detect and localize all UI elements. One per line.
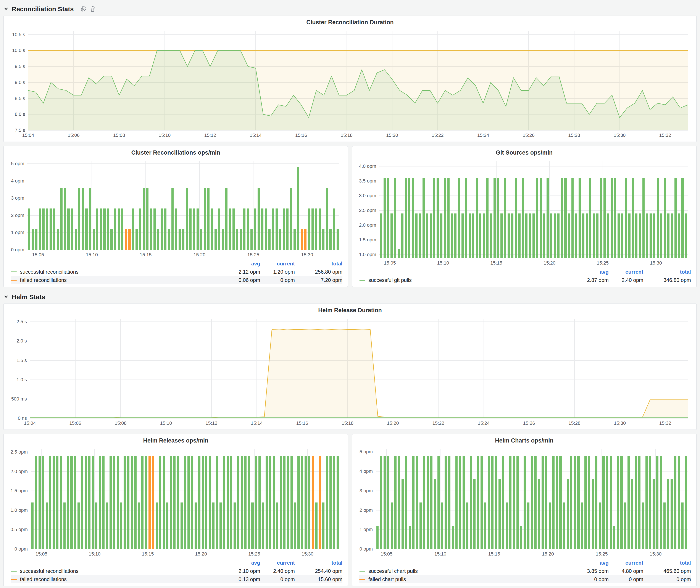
legend-label[interactable]: successful reconciliations [20, 568, 79, 574]
y-axis-label: 1.0 opm [359, 252, 376, 257]
bar [581, 502, 583, 549]
x-axis-label: 15:25 [596, 551, 608, 557]
chevron-down-icon[interactable] [3, 294, 9, 299]
bar [114, 208, 116, 250]
legend-value-total: 254.40 opm [295, 568, 342, 574]
legend-label[interactable]: successful reconciliations [20, 269, 79, 275]
panel-row-1: Cluster Reconciliations ops/min 0 opm1 o… [3, 146, 697, 287]
bar [184, 456, 186, 549]
panel-title[interactable]: Git Sources ops/min [357, 148, 692, 158]
bar [607, 213, 609, 258]
panel-title[interactable]: Helm Releases ops/min [8, 436, 343, 446]
y-axis-label: 0 opm [11, 247, 24, 252]
bar [171, 188, 174, 250]
section-helm-stats[interactable]: Helm Stats [3, 291, 697, 302]
bar [301, 456, 303, 549]
panel-title[interactable]: Cluster Reconciliations ops/min [8, 148, 343, 158]
bar [549, 502, 551, 549]
panel-title[interactable]: Helm Release Duration [8, 306, 692, 315]
panel-title[interactable]: Cluster Reconciliation Duration [8, 18, 692, 27]
legend-col-current[interactable]: current [260, 560, 295, 566]
bar [586, 213, 588, 258]
y-axis-label: 2 opm [360, 507, 373, 513]
legend-col-current[interactable]: current [609, 269, 643, 275]
panel-title[interactable]: Helm Charts ops/min [357, 436, 692, 446]
legend-col-total[interactable]: total [643, 560, 691, 566]
bar [678, 456, 680, 549]
section-reconciliation-stats[interactable]: Reconciliation Stats [3, 3, 697, 14]
y-axis-label: 0 ns [18, 415, 27, 421]
legend-col-total[interactable]: total [643, 269, 691, 275]
bar [161, 208, 163, 250]
x-axis-label: 15:25 [248, 551, 260, 557]
bar [685, 213, 687, 258]
bar [638, 456, 640, 549]
panel-git-sources-opm: Git Sources ops/min 1.0 opm1.5 opm2.0 op… [352, 146, 697, 287]
bar [419, 502, 422, 549]
bar [582, 213, 584, 258]
legend-label[interactable]: failed chart pulls [368, 576, 406, 582]
bar [225, 188, 227, 250]
x-axis-label: 15:14 [250, 132, 261, 138]
bar [75, 229, 77, 250]
x-axis-label: 15:20 [387, 420, 399, 426]
bar [89, 188, 91, 250]
bar [39, 208, 41, 250]
legend-value-total: 0 opm [643, 576, 691, 582]
bar [387, 178, 389, 258]
panel-cluster-reconciliation-duration: Cluster Reconciliation Duration 7.5 s8.0… [3, 16, 697, 142]
section-title[interactable]: Reconciliation Stats [12, 5, 74, 12]
bar [39, 456, 41, 549]
legend-col-total[interactable]: total [295, 560, 342, 566]
bar [117, 456, 119, 549]
x-axis-label: 15:20 [386, 132, 398, 138]
x-axis-label: 15:10 [437, 260, 449, 266]
bar [575, 213, 577, 258]
bar [294, 502, 296, 549]
chevron-down-icon[interactable] [3, 6, 9, 11]
legend-label[interactable]: successful git pulls [368, 277, 412, 283]
bar [600, 178, 602, 258]
bar [602, 456, 605, 549]
bar [135, 229, 138, 250]
x-axis-label: 15:10 [160, 420, 172, 426]
bar [650, 213, 652, 258]
gear-icon[interactable] [80, 5, 87, 12]
legend-col-avg[interactable]: avg [561, 269, 609, 275]
bar [63, 502, 66, 549]
bar [409, 526, 411, 549]
bar [631, 479, 633, 549]
bar [173, 456, 176, 549]
bar [145, 456, 147, 549]
legend: avgcurrenttotalsuccessful reconciliation… [8, 558, 343, 583]
legend-col-avg[interactable]: avg [213, 260, 260, 267]
legend-series-swatch [11, 570, 17, 571]
bar [635, 213, 637, 258]
bar [445, 456, 447, 549]
legend-col-current[interactable]: current [260, 260, 295, 267]
bar [46, 502, 48, 549]
x-axis-label: 15:05 [381, 551, 392, 557]
legend-col-total[interactable]: total [295, 260, 342, 267]
bar [588, 456, 590, 549]
legend-label[interactable]: successful chart pulls [368, 568, 418, 574]
legend-label[interactable]: failed reconciliations [20, 277, 67, 283]
bar [35, 229, 37, 250]
y-axis-label: 0 opm [15, 546, 28, 552]
legend-col-current[interactable]: current [609, 560, 643, 566]
bar [143, 188, 145, 250]
legend-col-avg[interactable]: avg [561, 560, 609, 566]
legend-label[interactable]: failed reconciliations [20, 576, 67, 582]
bar [635, 456, 637, 549]
x-axis-label: 15:08 [113, 132, 125, 138]
bar [35, 456, 37, 549]
bar [437, 178, 439, 258]
trash-icon[interactable] [90, 5, 96, 12]
legend-row: successful reconciliations2.10 opm2.40 o… [11, 567, 342, 575]
bar [524, 456, 526, 549]
legend-col-avg[interactable]: avg [213, 560, 260, 566]
bar [71, 208, 73, 250]
chart-svg: 0 ns500 ms1.0 s1.5 s2.0 s2.5 s15:0415:06… [8, 315, 692, 427]
bar [106, 502, 108, 549]
section-title[interactable]: Helm Stats [12, 293, 45, 300]
